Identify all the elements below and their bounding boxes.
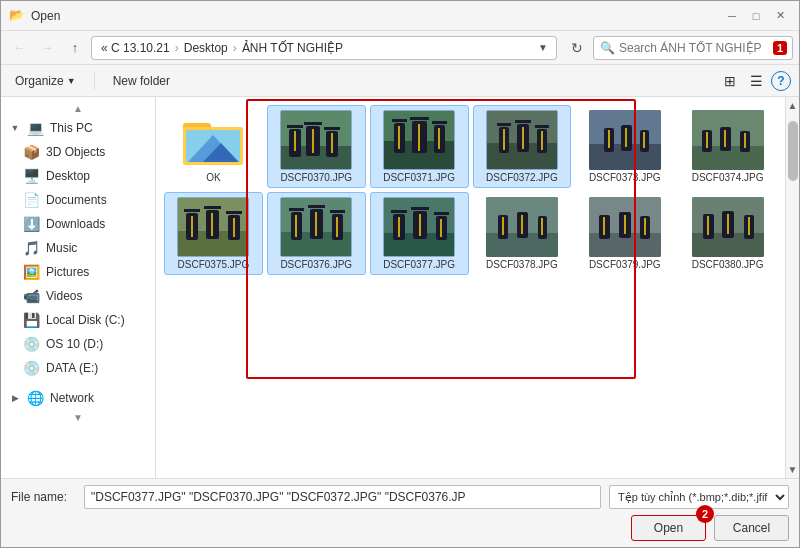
sidebar-item-data-e[interactable]: 💿 DATA (E:) [1,356,155,380]
file-name-dscf0377: DSCF0377.JPG [383,259,455,270]
file-name-dscf0373: DSCF0373.JPG [589,172,661,183]
forward-button[interactable]: → [35,36,59,60]
search-icon: 🔍 [600,41,615,55]
help-button[interactable]: ? [771,71,791,91]
scroll-up-btn[interactable]: ▲ [785,97,799,114]
view-details[interactable]: ☰ [744,69,769,93]
sidebar-label-videos: Videos [46,289,82,303]
back-button[interactable]: ← [7,36,31,60]
sidebar-item-network[interactable]: ▶ 🌐 Network [1,386,155,410]
close-button[interactable]: ✕ [769,5,791,27]
sidebar-item-music[interactable]: 🎵 Music [1,236,155,260]
sidebar-item-3d-objects[interactable]: 📦 3D Objects [1,140,155,164]
file-item-dscf0376[interactable]: DSCF0376.JPG [267,192,366,275]
bottom-buttons: Open 2 Cancel [11,515,789,541]
file-item-dscf0374[interactable]: DSCF0374.JPG [678,105,777,188]
svg-rect-84 [434,212,449,215]
refresh-button[interactable]: ↻ [565,36,589,60]
folder-thumb-ok [177,110,249,170]
open-button[interactable]: Open [631,515,706,541]
file-name-dscf0371: DSCF0371.JPG [383,172,455,183]
sidebar-item-os-10-d[interactable]: 💿 OS 10 (D:) [1,332,155,356]
sidebar-item-downloads[interactable]: ⬇️ Downloads [1,212,155,236]
toolbar: Organize ▼ New folder ⊞ ☰ ? [1,65,799,97]
scroll-down[interactable]: ▼ [1,410,155,425]
new-folder-button[interactable]: New folder [107,69,176,93]
filename-input[interactable] [84,485,601,509]
address-part-1[interactable]: « C 13.10.21 [98,40,173,56]
sidebar-item-desktop[interactable]: 🖥️ Desktop [1,164,155,188]
vertical-scrollbar[interactable]: ▲ ▼ [785,97,799,478]
scroll-down-btn[interactable]: ▼ [785,461,799,478]
svg-rect-73 [330,210,345,213]
sidebar-item-documents[interactable]: 📄 Documents [1,188,155,212]
cancel-button[interactable]: Cancel [714,515,789,541]
photo-thumb-dscf0380 [692,197,764,257]
minimize-button[interactable]: ─ [721,5,743,27]
maximize-button[interactable]: □ [745,5,767,27]
sidebar-label-os-10-d: OS 10 (D:) [46,337,103,351]
svg-rect-83 [411,207,429,210]
sidebar-item-videos[interactable]: 📹 Videos [1,284,155,308]
file-item-dscf0377[interactable]: DSCF0377.JPG [370,192,469,275]
sidebar-label-pictures: Pictures [46,265,89,279]
file-name-dscf0374: DSCF0374.JPG [692,172,764,183]
sidebar-label-local-disk-c: Local Disk (C:) [46,313,125,327]
documents-icon: 📄 [23,192,40,208]
os-10-d-icon: 💿 [23,336,40,352]
sidebar: ▲ ▼ 💻 This PC 📦 3D Objects 🖥️ Desktop 📄 … [1,97,156,478]
sidebar-label-3d-objects: 3D Objects [46,145,105,159]
svg-rect-72 [308,205,325,208]
view-large-icons[interactable]: ⊞ [718,69,742,93]
sidebar-label-data-e: DATA (E:) [46,361,98,375]
file-item-dscf0375[interactable]: DSCF0375.JPG [164,192,263,275]
file-grid: OK [164,105,777,275]
file-item-dscf0372[interactable]: DSCF0372.JPG [473,105,572,188]
svg-rect-33 [497,123,511,126]
view-buttons: ⊞ ☰ ? [718,69,791,93]
up-button[interactable]: ↑ [63,36,87,60]
file-area: OK [156,97,785,478]
desktop-icon: 🖥️ [23,168,40,184]
scroll-thumb[interactable] [788,121,798,181]
scroll-up[interactable]: ▲ [1,101,155,116]
sidebar-item-this-pc[interactable]: ▼ 💻 This PC [1,116,155,140]
file-item-ok[interactable]: OK [164,105,263,188]
address-parts: « C 13.10.21 › Desktop › ẢNH TỐT NGHIỆP [98,40,532,56]
file-item-dscf0371[interactable]: DSCF0371.JPG [370,105,469,188]
svg-rect-61 [204,206,221,209]
address-bar[interactable]: « C 13.10.21 › Desktop › ẢNH TỐT NGHIỆP … [91,36,557,60]
pictures-icon: 🖼️ [23,264,40,280]
filename-row: File name: Tệp tùy chỉnh (*.bmp;*.dib;*.… [11,485,789,509]
address-part-3[interactable]: ẢNH TỐT NGHIỆP [239,40,346,56]
sidebar-label-desktop: Desktop [46,169,90,183]
file-item-dscf0380[interactable]: DSCF0380.JPG [678,192,777,275]
sidebar-label-music: Music [46,241,77,255]
address-part-2[interactable]: Desktop [181,40,231,56]
file-item-dscf0378[interactable]: DSCF0378.JPG [473,192,572,275]
file-item-dscf0373[interactable]: DSCF0373.JPG [575,105,674,188]
photo-thumb-dscf0375 [177,197,249,257]
sidebar-label-network: Network [50,391,94,405]
toolbar-separator [94,72,95,90]
search-input[interactable] [619,41,769,55]
titlebar-controls: ─ □ ✕ [721,5,791,27]
photo-thumb-dscf0376 [280,197,352,257]
svg-rect-22 [392,119,407,122]
organize-label: Organize [15,74,64,88]
address-dropdown-btn[interactable]: ▼ [536,42,550,53]
organize-button[interactable]: Organize ▼ [9,69,82,93]
svg-rect-12 [304,122,322,125]
titlebar-left: 📂 Open [9,8,60,24]
videos-icon: 📹 [23,288,40,304]
file-item-dscf0370[interactable]: DSCF0370.JPG [267,105,366,188]
network-icon: 🌐 [27,390,44,406]
svg-rect-35 [535,125,549,128]
svg-rect-34 [515,120,531,123]
dialog-icon: 📂 [9,8,25,24]
sidebar-item-pictures[interactable]: 🖼️ Pictures [1,260,155,284]
file-item-dscf0379[interactable]: DSCF0379.JPG [575,192,674,275]
svg-rect-71 [289,208,304,211]
filetype-select[interactable]: Tệp tùy chỉnh (*.bmp;*.dib;*.jfif; [609,485,789,509]
sidebar-item-local-disk-c[interactable]: 💾 Local Disk (C:) [1,308,155,332]
